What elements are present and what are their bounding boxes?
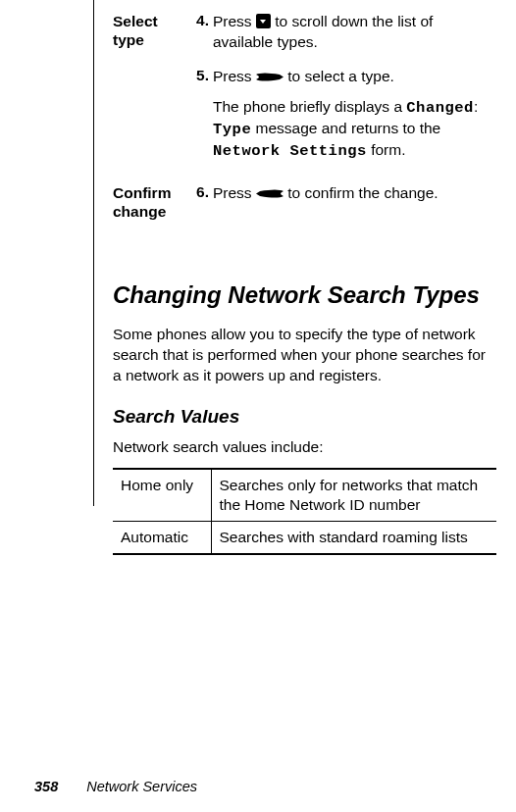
page: Select type 4. Press to scroll down the … bbox=[0, 0, 516, 565]
value-name: Automatic bbox=[113, 522, 211, 555]
step-select-type-row: Select type 4. Press to scroll down the … bbox=[113, 10, 496, 65]
section-paragraph: Some phones allow you to specify the typ… bbox=[113, 325, 496, 386]
step-number: 4. bbox=[189, 10, 213, 65]
step-label-select-type: Select type bbox=[113, 10, 189, 181]
text: Press bbox=[213, 13, 256, 29]
step-number: 5. bbox=[189, 65, 213, 174]
lcd-text: Type bbox=[213, 121, 251, 138]
text: to select a type. bbox=[284, 68, 394, 84]
step-body: Press to confirm the change. bbox=[213, 181, 496, 233]
step-body: Press to scroll down the list of availab… bbox=[213, 10, 496, 65]
value-name: Home only bbox=[113, 469, 211, 522]
page-section-name: Network Services bbox=[86, 779, 197, 794]
step-number: 6. bbox=[189, 181, 213, 233]
step-confirm-row: Confirm change 6. Press to confirm the c… bbox=[113, 181, 496, 233]
scroll-down-icon bbox=[256, 14, 271, 28]
page-number: 358 bbox=[34, 779, 58, 794]
softkey-right-icon bbox=[256, 72, 284, 82]
lcd-text: Changed bbox=[406, 99, 474, 117]
table-row: Automatic Searches with standard roaming… bbox=[113, 522, 496, 555]
subsection-intro: Network search values include: bbox=[113, 437, 496, 458]
text: message and returns to the bbox=[251, 120, 440, 136]
value-desc: Searches only for networks that match th… bbox=[211, 469, 496, 522]
step-table: Select type 4. Press to scroll down the … bbox=[113, 10, 496, 232]
text: Press bbox=[213, 68, 256, 84]
content-column: Select type 4. Press to scroll down the … bbox=[93, 10, 496, 555]
step-note: The phone briefly displays a Changed: Ty… bbox=[213, 97, 492, 162]
search-values-table: Home only Searches only for networks tha… bbox=[113, 468, 496, 555]
step-body: Press to select a type. The phone briefl… bbox=[213, 65, 496, 174]
step-label-confirm: Confirm change bbox=[113, 181, 189, 233]
softkey-left-icon bbox=[256, 188, 284, 199]
subsection-title: Search Values bbox=[113, 406, 496, 428]
table-row: Home only Searches only for networks tha… bbox=[113, 469, 496, 522]
page-footer: 358 Network Services bbox=[34, 779, 197, 794]
value-desc: Searches with standard roaming lists bbox=[211, 522, 496, 555]
section-title: Changing Network Search Types bbox=[113, 281, 496, 310]
text: The phone briefly displays a bbox=[213, 98, 406, 115]
text: : bbox=[474, 98, 478, 115]
text: form. bbox=[367, 141, 406, 158]
text: to confirm the change. bbox=[284, 184, 439, 201]
text: Press bbox=[213, 184, 256, 201]
lcd-text: Network Settings bbox=[213, 142, 367, 160]
